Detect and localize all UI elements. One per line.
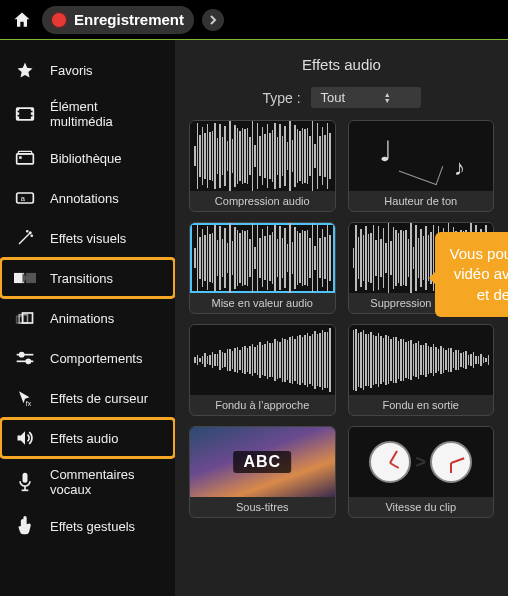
filmstrip-icon — [14, 103, 36, 125]
sidebar-item-label: Effets audio — [50, 431, 118, 446]
effect-label: Hauteur de ton — [349, 191, 494, 211]
sidebar-item-label: Annotations — [50, 191, 119, 206]
type-select-value: Tout — [321, 90, 346, 105]
effect-label: Mise en valeur audio — [190, 293, 335, 313]
effects-panel: Effets audio Type : Tout ▲▼ Compression … — [175, 40, 508, 596]
type-label: Type : — [262, 90, 300, 106]
home-icon[interactable] — [10, 8, 34, 32]
tutorial-callout: Vous pouvez modifier votre vidéo avec de… — [435, 232, 508, 317]
type-filter-row: Type : Tout ▲▼ — [189, 87, 494, 108]
effect-label: Sous-titres — [190, 497, 335, 517]
topbar: Enregistrement — [0, 0, 508, 40]
sidebar-item-transitions[interactable]: Transitions — [0, 258, 175, 298]
svg-rect-8 — [18, 151, 31, 154]
svg-point-23 — [26, 359, 30, 363]
callout-text: Vous pouvez modifier votre vidéo avec de… — [450, 245, 508, 303]
cursor-icon: fx — [14, 387, 36, 409]
sidebar-item-annotations[interactable]: aAnnotations — [0, 178, 175, 218]
transitions-icon — [14, 267, 36, 289]
record-label: Enregistrement — [74, 11, 184, 28]
sidebar-item-label: Bibliothèque — [50, 151, 122, 166]
sidebar-item-commentaires-vocaux[interactable]: Commentaires vocaux — [0, 458, 175, 506]
svg-rect-4 — [31, 108, 34, 111]
svg-rect-2 — [17, 112, 20, 115]
effect-label: Fondu à l’approche — [190, 395, 335, 415]
effect-thumbnail — [190, 121, 335, 191]
sidebar-item-favoris[interactable]: Favoris — [0, 50, 175, 90]
svg-point-12 — [30, 232, 32, 234]
svg-text:fx: fx — [26, 400, 32, 407]
sidebar-item-label: Animations — [50, 311, 114, 326]
sliders-icon — [14, 347, 36, 369]
sidebar: FavorisÉlément multimédiaBibliothèqueaAn… — [0, 40, 175, 596]
panel-title: Effets audio — [189, 56, 494, 73]
effect-label: Compression audio — [190, 191, 335, 211]
effects-grid: Compression audio♩♪Hauteur de tonMise en… — [189, 120, 494, 518]
sidebar-item-label: Effets visuels — [50, 231, 126, 246]
effect-thumbnail — [349, 325, 494, 395]
animations-icon — [14, 307, 36, 329]
sidebar-item--l-ment-multim-dia[interactable]: Élément multimédia — [0, 90, 175, 138]
sidebar-item-effets-de-curseur[interactable]: fxEffets de curseur — [0, 378, 175, 418]
sidebar-item-effets-visuels[interactable]: Effets visuels — [0, 218, 175, 258]
record-dropdown-button[interactable] — [202, 9, 224, 31]
record-button[interactable]: Enregistrement — [42, 6, 194, 34]
effect-thumbnail: ABC — [190, 427, 335, 497]
svg-rect-5 — [31, 112, 34, 115]
star-icon — [14, 59, 36, 81]
gesture-icon — [14, 515, 36, 537]
sidebar-item-label: Commentaires vocaux — [50, 467, 161, 497]
wand-icon — [14, 227, 36, 249]
sidebar-item-comportements[interactable]: Comportements — [0, 338, 175, 378]
effect-tile-hauteur-de-ton[interactable]: ♩♪Hauteur de ton — [348, 120, 495, 212]
effect-label: Fondu en sortie — [349, 395, 494, 415]
svg-rect-7 — [17, 154, 34, 164]
effect-tile-fondu-en-sortie[interactable]: Fondu en sortie — [348, 324, 495, 416]
effect-thumbnail: > — [349, 427, 494, 497]
microphone-icon — [14, 471, 36, 493]
sidebar-item-label: Comportements — [50, 351, 142, 366]
svg-point-13 — [27, 231, 28, 232]
speaker-icon — [14, 427, 36, 449]
svg-point-21 — [20, 353, 24, 357]
effect-tile-compression-audio[interactable]: Compression audio — [189, 120, 336, 212]
sidebar-item-label: Favoris — [50, 63, 93, 78]
sidebar-item-label: Transitions — [50, 271, 113, 286]
sidebar-item-animations[interactable]: Animations — [0, 298, 175, 338]
svg-rect-6 — [31, 117, 34, 120]
svg-text:a: a — [21, 194, 26, 203]
effect-thumbnail — [190, 223, 335, 293]
effect-tile-sous-titres[interactable]: ABCSous-titres — [189, 426, 336, 518]
effect-thumbnail — [190, 325, 335, 395]
effect-tile-fondu-l-approche[interactable]: Fondu à l’approche — [189, 324, 336, 416]
annotation-icon: a — [14, 187, 36, 209]
effect-tile-vitesse-du-clip[interactable]: >Vitesse du clip — [348, 426, 495, 518]
svg-rect-9 — [19, 156, 22, 159]
svg-rect-1 — [17, 108, 20, 111]
type-select[interactable]: Tout ▲▼ — [311, 87, 421, 108]
sidebar-item-label: Effets gestuels — [50, 519, 135, 534]
sidebar-item-effets-gestuels[interactable]: Effets gestuels — [0, 506, 175, 546]
sidebar-item-label: Effets de curseur — [50, 391, 148, 406]
record-dot-icon — [52, 13, 66, 27]
svg-rect-25 — [23, 473, 28, 483]
library-icon — [14, 147, 36, 169]
sidebar-item-label: Élément multimédia — [50, 99, 161, 129]
svg-point-14 — [31, 235, 32, 236]
effect-thumbnail: ♩♪ — [349, 121, 494, 191]
sidebar-item-effets-audio[interactable]: Effets audio — [0, 418, 175, 458]
updown-icon: ▲▼ — [384, 92, 391, 104]
svg-rect-3 — [17, 117, 20, 120]
sidebar-item-biblioth-que[interactable]: Bibliothèque — [0, 138, 175, 178]
effect-label: Vitesse du clip — [349, 497, 494, 517]
effect-tile-mise-en-valeur-audio[interactable]: Mise en valeur audio — [189, 222, 336, 314]
